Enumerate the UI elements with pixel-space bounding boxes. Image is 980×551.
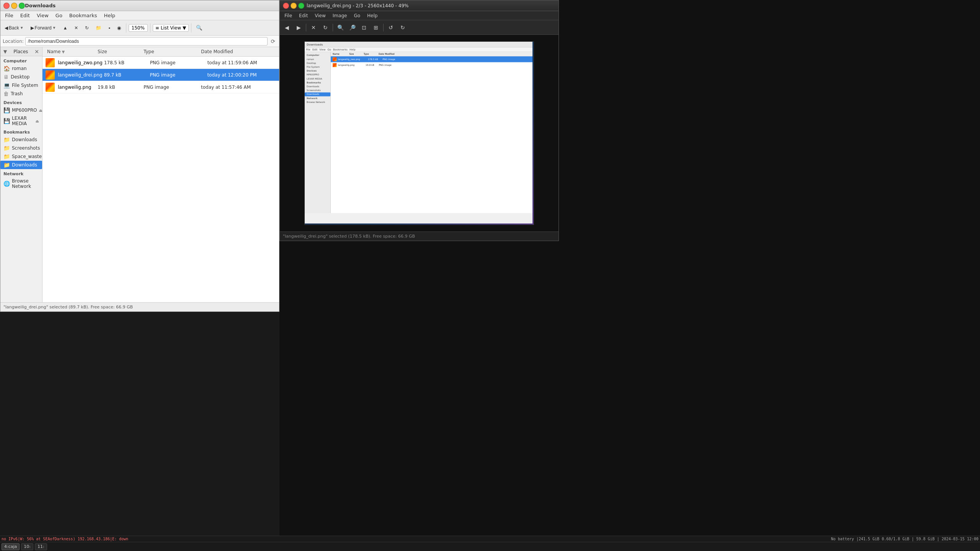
sidebar-item-desktop[interactable]: 🖥 Desktop (0, 73, 42, 81)
iv-menu-view[interactable]: View (312, 12, 328, 19)
reload-button[interactable]: ↻ (82, 22, 91, 34)
taskbar-item-2[interactable]: 11: (35, 543, 47, 550)
menu-file[interactable]: File (2, 12, 16, 19)
iv-menu-go[interactable]: Go (351, 12, 363, 19)
iv-zoom-100-icon: ⊞ (374, 24, 378, 31)
view-dropdown-icon: ▼ (183, 25, 186, 31)
iv-close-button[interactable] (283, 3, 289, 9)
view-selector[interactable]: ≡ List View ▼ (153, 24, 189, 32)
hdd-icon-lexar: 💾 (3, 118, 10, 124)
sidebar-item-mp600-label: MP600PRO (12, 108, 37, 113)
iv-zoom-fit-button[interactable]: ⊡ (359, 22, 369, 33)
filesystem-icon: 💻 (3, 82, 10, 88)
column-header-type[interactable]: Type (142, 48, 199, 55)
iv-toolbar: ◀ ▶ ✕ ↻ 🔍 🔎 ⊡ ⊞ ↺ ↻ (280, 20, 559, 35)
toolbar-separator-2 (150, 23, 150, 33)
sidebar-item-roman[interactable]: 🏠 roman (0, 64, 42, 73)
minimize-button[interactable] (11, 3, 17, 9)
window-controls (3, 3, 25, 9)
sidebar-item-downloads-bm[interactable]: 📁 Downloads (0, 135, 42, 144)
sidebar-item-space-waste[interactable]: 📁 Space_waste (0, 152, 42, 161)
file-size-1: 89.7 kB (102, 72, 148, 78)
column-header-size[interactable]: Size (96, 48, 142, 55)
file-modified-2: today at 11:57:46 AM (199, 85, 276, 90)
iv-titlebar: langweilig_drei.png - 2/3 - 980x551 - … (280, 0, 559, 11)
iv-menu-file[interactable]: File (281, 12, 295, 19)
iv-maximize-button[interactable] (298, 3, 304, 9)
forward-button[interactable]: ▶ Forward ▼ (28, 22, 59, 34)
sidebar-item-downloads-active[interactable]: 📁 Downloads (0, 161, 42, 169)
search-button[interactable]: 🔍 (194, 23, 204, 33)
sidebar-item-mp600pro[interactable]: 💾 MP600PRO ⏏ (0, 106, 42, 114)
file-row-0[interactable]: langweilig_zwo.png 178.5 kB PNG image to… (42, 57, 279, 69)
new-folder-button[interactable]: 📁 (93, 22, 104, 34)
folder-space-waste-icon: 📁 (3, 153, 10, 160)
menu-go[interactable]: Go (52, 12, 65, 19)
iv-minimize-button[interactable] (291, 3, 297, 9)
iv-menu-image[interactable]: Image (330, 12, 350, 19)
taskbar-item-1[interactable]: 10: (21, 543, 33, 550)
up-button[interactable]: ▲ (60, 22, 70, 34)
bottom-bar: no IPv6|W: 56% at SEAofDarkness) 192.168… (0, 536, 980, 542)
iv-reload-btn[interactable]: ↻ (320, 22, 331, 33)
iv-zoom-in-icon: 🔎 (349, 24, 356, 31)
iv-toolbar-sep-2 (333, 24, 333, 31)
places-header: ▼ Places ✕ (0, 47, 42, 56)
forward-arrow-right-icon: ▶ (31, 25, 34, 31)
sort-arrow-icon: ▼ (62, 50, 65, 54)
sidebar-item-roman-label: roman (12, 66, 27, 71)
iv-close-btn[interactable]: ✕ (308, 22, 319, 33)
sidebar-item-screenshots[interactable]: 📁 Screenshots (0, 144, 42, 152)
iv-next-button[interactable]: ▶ (293, 22, 304, 33)
menu-help[interactable]: Help (101, 12, 118, 19)
folder-downloads-bm-icon: 📁 (3, 137, 10, 143)
menu-edit[interactable]: Edit (17, 12, 33, 19)
file-row-2[interactable]: langweilig.png 19.8 kB PNG image today a… (42, 81, 279, 93)
eject-mp600-icon[interactable]: ⏏ (39, 108, 42, 112)
eject-lexar-icon[interactable]: ⏏ (36, 119, 39, 123)
iv-rotate-ccw-button[interactable]: ↺ (385, 22, 396, 33)
iv-zoom-in-button[interactable]: 🔎 (347, 22, 358, 33)
location-reload-icon[interactable]: ⟳ (269, 37, 277, 45)
iv-zoom-100-button[interactable]: ⊞ (371, 22, 381, 33)
iv-rotate-cw-button[interactable]: ↻ (397, 22, 408, 33)
column-header-name[interactable]: Name ▼ (46, 48, 96, 55)
taskbar-item-caja[interactable]: 4:caja (2, 543, 20, 550)
places-arrow-icon[interactable]: ▼ (3, 49, 7, 54)
iv-menu-edit[interactable]: Edit (296, 12, 311, 19)
iv-statusbar: "langweilig_drei.png" selected (178.5 kB… (280, 231, 559, 241)
location-bar: Location: ⟳ (0, 36, 279, 47)
desktop-background (279, 241, 980, 551)
taskbar-item-1-label: 10: (24, 544, 31, 549)
sidebar-item-screenshots-label: Screenshots (12, 145, 40, 151)
sidebar-item-lexar[interactable]: 💾 LEXAR MEDIA ⏏ (0, 114, 42, 127)
close-button[interactable] (3, 3, 10, 9)
window-title: Downloads (25, 3, 276, 8)
file-type-0: PNG image (149, 60, 206, 65)
places-close-icon[interactable]: ✕ (34, 49, 39, 55)
file-list-area: Name ▼ Size Type Date Modified langweili… (42, 47, 279, 302)
location-input[interactable] (25, 37, 268, 46)
sidebar-item-trash-label: Trash (11, 91, 23, 96)
sidebar-item-browse-network[interactable]: 🌐 Browse Network (0, 177, 42, 190)
forward-label: Forward (35, 25, 52, 31)
trash-icon: 🗑 (3, 91, 9, 97)
stop-button[interactable]: ✕ (72, 22, 81, 34)
iv-menu-help[interactable]: Help (364, 12, 381, 19)
file-name-2: langweilig.png (46, 83, 96, 92)
toggle-hidden-button[interactable]: ◉ (114, 22, 124, 34)
menu-bookmarks[interactable]: Bookmarks (66, 12, 100, 19)
iv-zoom-out-button[interactable]: 🔍 (335, 22, 346, 33)
iv-prev-button[interactable]: ◀ (281, 22, 292, 33)
file-icon-2 (46, 83, 55, 92)
open-terminal-button[interactable]: ▪ (106, 22, 113, 34)
column-header-modified[interactable]: Date Modified (199, 48, 276, 55)
sidebar-item-trash[interactable]: 🗑 Trash (0, 90, 42, 98)
sidebar-item-filesystem-label: File System (12, 83, 38, 88)
maximize-button[interactable] (19, 3, 25, 9)
file-row-1[interactable]: langweilig_drei.png 89.7 kB PNG image to… (42, 69, 279, 81)
back-dropdown-icon: ▼ (20, 26, 24, 30)
sidebar-item-filesystem[interactable]: 💻 File System (0, 81, 42, 90)
menu-view[interactable]: View (34, 12, 52, 19)
back-button[interactable]: ◀ Back ▼ (2, 22, 26, 34)
